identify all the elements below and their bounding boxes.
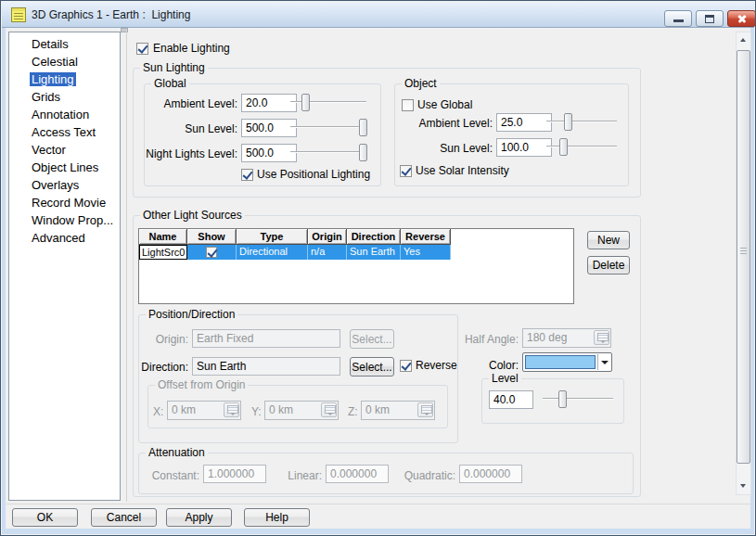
- scroll-up-button[interactable]: [737, 32, 750, 48]
- scrollbar-thumb[interactable]: [737, 50, 750, 464]
- reverse-label: Reverse: [416, 359, 457, 372]
- sidebar-item-label: Window Prop...: [32, 213, 113, 227]
- sidebar-item-label: Access Text: [32, 125, 96, 139]
- numpad-icon: [321, 402, 337, 417]
- show-checkbox[interactable]: [206, 247, 217, 258]
- object-ambient-level-slider[interactable]: [546, 113, 617, 131]
- object-sun-level-input[interactable]: [496, 138, 552, 157]
- sidebar-item-label: Advanced: [32, 231, 85, 245]
- column-header-show: Show: [187, 229, 237, 245]
- help-button[interactable]: Help: [244, 508, 310, 527]
- close-button[interactable]: [727, 10, 756, 27]
- cell-show[interactable]: [187, 245, 237, 260]
- minimize-button[interactable]: [664, 10, 692, 27]
- cell-direction[interactable]: Sun Earth: [347, 245, 401, 260]
- sidebar-item-vector[interactable]: Vector: [9, 141, 120, 159]
- sidebar-item-lighting[interactable]: Lighting: [9, 70, 120, 88]
- level-slider[interactable]: [543, 390, 613, 408]
- direction-select-button[interactable]: Select...: [350, 357, 394, 376]
- sidebar-item-label: Vector: [32, 143, 66, 157]
- global-sun-level-slider[interactable]: [290, 119, 366, 136]
- numpad-icon: [224, 402, 239, 417]
- origin-label: Origin:: [135, 333, 188, 346]
- table-row[interactable]: LightSrc0 Directional n/a Sun Earth Yes: [139, 245, 573, 260]
- slider-thumb[interactable]: [558, 390, 567, 408]
- half-angle-value: 180 deg: [527, 331, 567, 344]
- sidebar-item-object-lines[interactable]: Object Lines: [9, 159, 120, 176]
- sidebar-item-window-properties[interactable]: Window Prop...: [9, 211, 120, 229]
- ambient-level-label: Ambient Level:: [140, 97, 237, 110]
- use-solar-intensity-checkbox[interactable]: [400, 165, 412, 177]
- offset-z-value: 0 km: [365, 403, 390, 416]
- offset-y-field: 0 km: [264, 401, 339, 420]
- window-frame-left: [2, 28, 6, 534]
- dropdown-divider: [597, 354, 598, 370]
- slider-track: [546, 121, 617, 122]
- global-ambient-level-input[interactable]: [241, 94, 297, 112]
- numpad-icon: [417, 402, 433, 417]
- offset-x-value: 0 km: [172, 403, 196, 416]
- sidebar-item-advanced[interactable]: Advanced: [9, 229, 120, 247]
- cell-reverse[interactable]: Yes: [401, 245, 451, 260]
- cancel-button[interactable]: Cancel: [91, 508, 157, 527]
- direction-field[interactable]: Sun Earth: [192, 357, 340, 376]
- global-sun-level-input[interactable]: [241, 119, 297, 137]
- slider-thumb[interactable]: [359, 119, 367, 136]
- window-frame-bottom: [2, 529, 754, 534]
- maximize-button[interactable]: [696, 10, 724, 27]
- sidebar-item-access-text[interactable]: Access Text: [9, 123, 120, 141]
- use-positional-lighting-checkbox[interactable]: [241, 169, 253, 181]
- global-ambient-level-slider[interactable]: [290, 94, 366, 111]
- slider-thumb[interactable]: [559, 138, 568, 156]
- minimize-icon: [673, 19, 684, 22]
- use-global-checkbox[interactable]: [402, 99, 414, 111]
- chevron-down-icon: [601, 361, 609, 364]
- use-solar-intensity-label: Use Solar Intensity: [416, 164, 509, 177]
- cell-name[interactable]: LightSrc0: [139, 245, 187, 260]
- slider-track: [543, 398, 613, 400]
- object-ambient-level-input[interactable]: [496, 113, 552, 132]
- night-lights-level-input[interactable]: [241, 144, 297, 162]
- table-header-row: Name Show Type Origin Direction Reverse: [139, 229, 573, 245]
- cell-type[interactable]: Directional: [237, 245, 308, 260]
- constant-field: 1.000000: [203, 465, 266, 483]
- offset-x-label: X:: [153, 405, 163, 418]
- sidebar-item-overlays[interactable]: Overlays: [9, 176, 120, 194]
- enable-lighting-label: Enable Lighting: [153, 42, 230, 55]
- night-lights-level-slider[interactable]: [290, 144, 366, 161]
- enable-lighting-checkbox[interactable]: [136, 43, 148, 55]
- color-dropdown[interactable]: [522, 352, 612, 372]
- direction-label: Direction:: [133, 361, 188, 374]
- half-angle-field: 180 deg: [522, 328, 611, 348]
- sidebar-item-record-movie[interactable]: Record Movie: [9, 194, 120, 211]
- reverse-checkbox[interactable]: [400, 360, 412, 372]
- offset-x-field: 0 km: [167, 401, 241, 420]
- linear-field: 0.000000: [326, 465, 389, 483]
- new-button[interactable]: New: [587, 231, 630, 249]
- color-label: Color:: [465, 359, 519, 372]
- slider-thumb[interactable]: [301, 94, 310, 111]
- delete-button[interactable]: Delete: [587, 256, 630, 274]
- sidebar-item-details[interactable]: Details: [9, 35, 120, 53]
- slider-thumb[interactable]: [359, 144, 367, 161]
- use-global-label: Use Global: [417, 98, 472, 111]
- scroll-down-button[interactable]: [737, 479, 750, 494]
- vertical-scrollbar[interactable]: [736, 32, 751, 495]
- cell-origin[interactable]: n/a: [308, 245, 347, 260]
- sidebar-item-label-selected: Lighting: [30, 72, 76, 86]
- slider-thumb[interactable]: [564, 113, 572, 131]
- titlebar[interactable]: 3D Graphics 1 - Earth : Lighting: [2, 2, 754, 28]
- sidebar-item-label: Grids: [32, 90, 60, 104]
- sidebar-item-label: Annotation: [32, 108, 89, 121]
- linear-label: Linear:: [277, 469, 322, 482]
- sidebar-item-grids[interactable]: Grids: [9, 88, 120, 106]
- apply-button[interactable]: Apply: [166, 508, 232, 527]
- slider-track: [290, 151, 366, 153]
- sidebar-item-annotation[interactable]: Annotation: [9, 106, 120, 123]
- origin-field: Earth Fixed: [192, 329, 340, 348]
- object-sun-level-slider[interactable]: [546, 138, 617, 156]
- sidebar-item-label: Object Lines: [32, 160, 98, 174]
- sidebar-item-celestial[interactable]: Celestial: [9, 53, 120, 70]
- ok-button[interactable]: OK: [12, 508, 78, 527]
- level-input[interactable]: [489, 390, 533, 409]
